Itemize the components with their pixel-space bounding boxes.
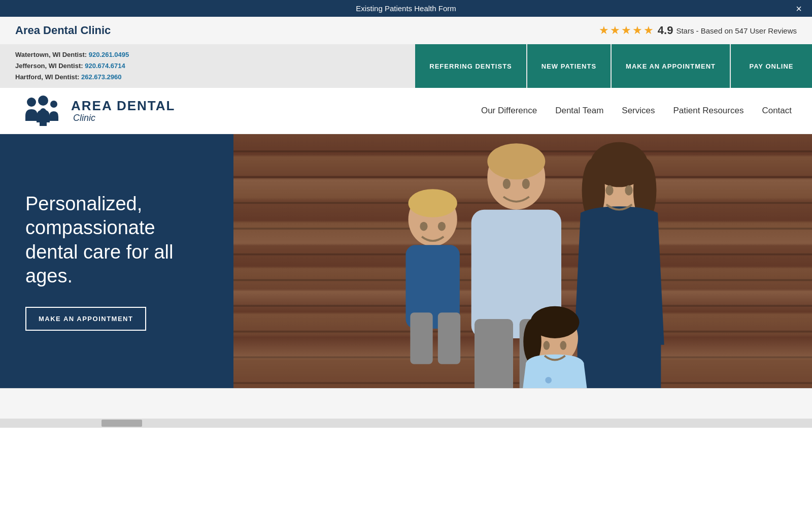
new-patients-button[interactable]: NEW PATIENTS	[527, 44, 612, 88]
svg-point-29	[605, 185, 613, 196]
pay-online-button[interactable]: PAY ONLINE	[731, 44, 812, 88]
action-bar: Watertown, WI Dentist: 920.261.0495 Jeff…	[0, 44, 812, 88]
svg-point-1	[38, 96, 48, 106]
logo-icon	[20, 93, 66, 129]
nav-our-difference[interactable]: Our Difference	[481, 106, 537, 116]
logo-area-text: AREA DENTAL	[71, 99, 175, 113]
nav-services[interactable]: Services	[622, 106, 655, 116]
scroll-thumb[interactable]	[101, 420, 142, 427]
svg-point-37	[438, 222, 446, 231]
jefferson-phone[interactable]: 920.674.6714	[85, 62, 125, 70]
svg-point-22	[503, 179, 511, 189]
action-buttons: REFERRING DENTISTS NEW PATIENTS MAKE AN …	[415, 44, 812, 88]
scroll-bar[interactable]	[0, 419, 812, 428]
hero-tagline: Personalized, compassionate dental care …	[25, 192, 208, 289]
footer-area	[0, 388, 812, 419]
hartford-phone[interactable]: 262.673.2960	[81, 73, 122, 81]
svg-rect-34	[410, 313, 432, 364]
svg-point-0	[27, 98, 36, 107]
rating-area: ★★★★★ 4.9 Stars - Based on 547 User Revi…	[599, 24, 797, 37]
main-nav: Our Difference Dental Team Services Pati…	[481, 106, 792, 116]
hero-left: Personalized, compassionate dental care …	[0, 134, 233, 388]
make-appointment-button[interactable]: MAKE AN APPOINTMENT	[612, 44, 731, 88]
logo-clinic-text: Clinic	[73, 113, 175, 123]
svg-rect-20	[475, 319, 513, 388]
svg-point-30	[625, 185, 632, 196]
svg-rect-35	[438, 313, 460, 364]
svg-point-18	[487, 143, 545, 179]
svg-point-36	[420, 222, 427, 231]
svg-point-41	[545, 377, 552, 384]
nav-bar: AREA DENTAL Clinic Our Difference Dental…	[0, 88, 812, 134]
logo-area: AREA DENTAL Clinic	[20, 93, 175, 129]
close-button[interactable]: ×	[796, 3, 802, 14]
watertown-phone[interactable]: 920.261.0495	[89, 51, 129, 58]
watertown-label: Watertown, WI Dentist: 920.261.0495	[15, 51, 129, 58]
hero-cta-button[interactable]: MAKE AN APPOINTMENT	[25, 307, 146, 331]
nav-patient-resources[interactable]: Patient Resources	[673, 106, 744, 116]
brand-name: Area Dental Clinic	[15, 24, 111, 37]
svg-point-3	[40, 108, 46, 114]
star-icons: ★★★★★	[599, 24, 655, 37]
hero-bg	[233, 134, 812, 388]
rating-bar: Area Dental Clinic ★★★★★ 4.9 Stars - Bas…	[0, 17, 812, 44]
jefferson-label: Jefferson, WI Dentist: 920.674.6714	[15, 62, 125, 70]
nav-dental-team[interactable]: Dental Team	[555, 106, 603, 116]
svg-point-23	[522, 179, 530, 189]
location-info: Watertown, WI Dentist: 920.261.0495 Jeff…	[0, 44, 415, 88]
svg-point-44	[544, 341, 550, 350]
notification-text: Existing Patients Health Form	[356, 4, 456, 13]
svg-rect-28	[578, 332, 661, 389]
svg-point-45	[560, 341, 566, 350]
hero-image	[233, 134, 812, 388]
svg-point-2	[50, 101, 57, 108]
hero-section: Personalized, compassionate dental care …	[0, 134, 812, 388]
rating-label: Stars - Based on 547 User Reviews	[676, 26, 797, 35]
rating-score: 4.9	[658, 24, 673, 37]
referring-dentists-button[interactable]: REFERRING DENTISTS	[415, 44, 527, 88]
hartford-label: Hartford, WI Dentist: 262.673.2960	[15, 73, 122, 81]
svg-point-32	[409, 189, 457, 217]
nav-contact[interactable]: Contact	[762, 106, 792, 116]
notification-bar: Existing Patients Health Form ×	[0, 0, 812, 17]
